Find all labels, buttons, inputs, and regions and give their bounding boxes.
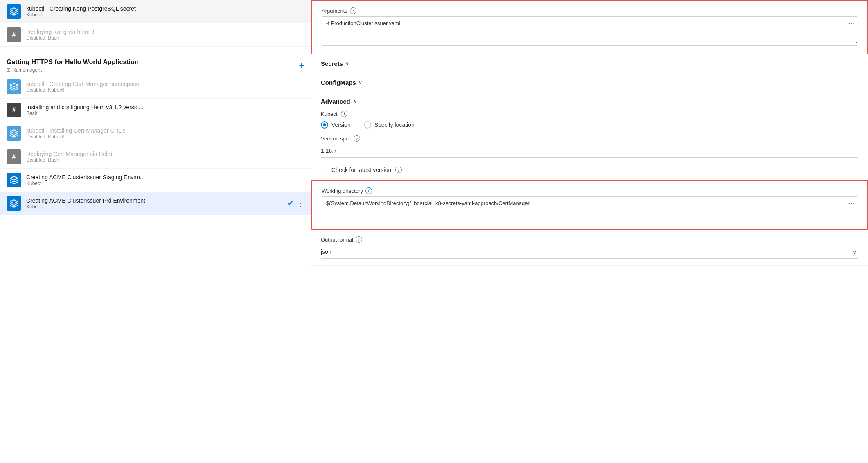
kubectl-version-label: Version (331, 122, 351, 128)
check-latest-info-icon[interactable]: i (395, 167, 402, 173)
bash-icon-deploy-kong: # (7, 27, 21, 42)
task-info-kubectl-cert-ns: kubectl - Creating Cert-Manager namespac… (26, 81, 304, 93)
advanced-chevron-icon: ∧ (353, 99, 356, 104)
kubectl-specify-label: Specify location (374, 122, 415, 128)
check-icon-acme-prd: ✔ (287, 199, 293, 208)
kubectl-version-radio[interactable]: Version (321, 121, 351, 129)
task-sub-kubectl-cert-crds: Disabled: Kubectl (26, 134, 304, 140)
output-format-select-wrapper: json yaml none ∨ (321, 245, 858, 259)
working-dir-textarea-wrapper: $(System.DefaultWorkingDirectory)/_bgarc… (322, 196, 857, 222)
configmaps-label-text: ConfigMaps (321, 79, 356, 86)
kubectl-field-label: Kubectl i (321, 111, 858, 117)
kubectl-specify-radio-circle (364, 121, 371, 129)
task-item-kubectl-cert-crds[interactable]: kubectl - Installing Cert Manager CRDs D… (0, 122, 311, 145)
kubectl-radio-group: Version Specify location (321, 121, 858, 129)
kubectl-icon-cert-crds (7, 126, 21, 141)
task-sub-deploy-kong: Disabled: Bash (26, 35, 304, 41)
arguments-label: Arguments i (322, 7, 857, 14)
kubectl-subsection: Kubectl i Version Specify location (321, 105, 858, 129)
arguments-info-icon[interactable]: i (350, 7, 356, 14)
working-dir-more-button[interactable]: ⋯ (848, 200, 855, 208)
working-directory-section: Working directory i $(System.DefaultWork… (311, 180, 868, 230)
configmaps-toggle[interactable]: ConfigMaps ∨ (321, 79, 858, 86)
version-spec-label: Version spec i (321, 135, 858, 142)
task-item-kubectl-kong-pg[interactable]: kubectl - Creating Kong PostgreSQL secre… (0, 0, 311, 23)
top-tasks-list: kubectl - Creating Kong PostgreSQL secre… (0, 0, 311, 47)
hash-symbol-2: # (12, 106, 16, 114)
arguments-section: Arguments i -f ProductionClusterIssuer.y… (311, 0, 868, 54)
task-info-deploy-cert-helm: Deploying Cert Manager via Helm Disabled… (26, 151, 304, 163)
version-spec-subsection: Version spec i (321, 129, 858, 158)
advanced-section: Advanced ∧ Kubectl i Version Specify loc… (311, 92, 868, 180)
task-item-deploy-kong[interactable]: # Deploying Kong via helm 3 Disabled: Ba… (0, 23, 311, 47)
kubectl-icon-acme-prd (7, 196, 21, 211)
task-name-kubectl-kong-pg: kubectl - Creating Kong PostgreSQL secre… (26, 5, 304, 12)
kubectl-svg-cert-crds (9, 129, 18, 138)
working-dir-label: Working directory i (322, 187, 857, 194)
group-divider (0, 50, 311, 50)
output-format-info-icon[interactable]: i (356, 236, 362, 243)
version-spec-info-icon[interactable]: i (354, 135, 360, 142)
kubectl-specify-location-radio[interactable]: Specify location (364, 121, 415, 129)
task-actions-acme-prd: ✔ ⋮ (287, 199, 304, 208)
task-item-install-helm[interactable]: # Installing and configuring Helm v3.1.2… (0, 99, 311, 122)
kubectl-label-text: Kubectl (321, 111, 338, 117)
right-panel: Arguments i -f ProductionClusterIssuer.y… (311, 0, 868, 463)
task-name-kubectl-cert-crds: kubectl - Installing Cert Manager CRDs (26, 127, 304, 134)
kubectl-svg-acme-prd (9, 199, 18, 208)
task-name-deploy-kong: Deploying Kong via helm 3 (26, 29, 304, 35)
version-spec-input[interactable] (321, 144, 858, 158)
task-name-acme-prd: Creating ACME ClusterIssuer Prd Environm… (26, 197, 282, 204)
advanced-toggle[interactable]: Advanced ∧ (321, 98, 858, 105)
task-sub-acme-prd: Kubectl (26, 204, 282, 210)
output-format-select[interactable]: json yaml none (321, 245, 858, 259)
group-subtitle-text: Run on agent (12, 67, 42, 73)
task-sub-acme-staging: Kubectl (26, 181, 304, 186)
group-tasks-list: kubectl - Creating Cert-Manager namespac… (0, 75, 311, 215)
more-options-icon-acme-prd[interactable]: ⋮ (297, 199, 304, 208)
arguments-label-text: Arguments (322, 8, 347, 14)
task-item-kubectl-cert-ns[interactable]: kubectl - Creating Cert-Manager namespac… (0, 75, 311, 99)
version-spec-label-text: Version spec (321, 136, 351, 142)
kubectl-version-radio-circle (321, 121, 328, 129)
secrets-chevron-icon: ∨ (345, 61, 349, 67)
group-subtitle: ⊞ Run on agent (7, 67, 139, 73)
task-item-acme-staging[interactable]: Creating ACME ClusterIssuer Staging Envi… (0, 169, 311, 192)
secrets-toggle[interactable]: Secrets ∨ (321, 60, 858, 67)
configmaps-chevron-icon: ∨ (358, 80, 362, 86)
task-name-deploy-cert-helm: Deploying Cert Manager via Helm (26, 151, 304, 157)
check-latest-label: Check for latest version (331, 167, 391, 173)
left-panel: kubectl - Creating Kong PostgreSQL secre… (0, 0, 311, 463)
add-task-button[interactable]: + (299, 61, 304, 71)
task-info-acme-staging: Creating ACME ClusterIssuer Staging Envi… (26, 174, 304, 186)
kubectl-icon-cert-ns (7, 79, 21, 94)
working-dir-textarea[interactable]: $(System.DefaultWorkingDirectory)/_bgarc… (322, 196, 857, 221)
task-name-kubectl-cert-ns: kubectl - Creating Cert-Manager namespac… (26, 81, 304, 87)
check-latest-row: Check for latest version i (321, 161, 858, 180)
kubectl-version-radio-dot (323, 123, 326, 126)
output-format-section: Output format i json yaml none ∨ (311, 230, 868, 266)
advanced-label-text: Advanced (321, 98, 350, 105)
kubectl-icon-kubectl-kong-pg (7, 4, 21, 19)
bash-icon-install-helm: # (7, 103, 21, 117)
arguments-textarea-wrapper: -f ProductionClusterIssuer.yaml ⋯ (322, 16, 857, 47)
group-header-row: Getting HTTPS for Hello World Applicatio… (0, 54, 311, 75)
working-dir-label-text: Working directory (322, 188, 363, 194)
kubectl-info-icon[interactable]: i (341, 111, 347, 117)
arguments-textarea[interactable]: -f ProductionClusterIssuer.yaml (322, 16, 857, 46)
task-item-acme-prd[interactable]: Creating ACME ClusterIssuer Prd Environm… (0, 192, 311, 215)
task-info-deploy-kong: Deploying Kong via helm 3 Disabled: Bash (26, 29, 304, 41)
arguments-more-button[interactable]: ⋯ (848, 20, 855, 27)
task-info-install-helm: Installing and configuring Helm v3.1.2 v… (26, 104, 304, 116)
check-latest-checkbox[interactable] (321, 167, 327, 173)
group-title: Getting HTTPS for Hello World Applicatio… (7, 59, 139, 66)
task-name-acme-staging: Creating ACME ClusterIssuer Staging Envi… (26, 174, 304, 181)
working-dir-info-icon[interactable]: i (365, 187, 372, 194)
task-info-kubectl-kong-pg: kubectl - Creating Kong PostgreSQL secre… (26, 5, 304, 18)
task-sub-kubectl-kong-pg: Kubectl (26, 12, 304, 18)
configmaps-section: ConfigMaps ∨ (311, 73, 868, 92)
kubectl-svg-acme-staging (9, 176, 18, 185)
output-format-label: Output format i (321, 236, 858, 243)
task-item-deploy-cert-helm[interactable]: # Deploying Cert Manager via Helm Disabl… (0, 145, 311, 169)
kubectl-svg (9, 7, 18, 16)
